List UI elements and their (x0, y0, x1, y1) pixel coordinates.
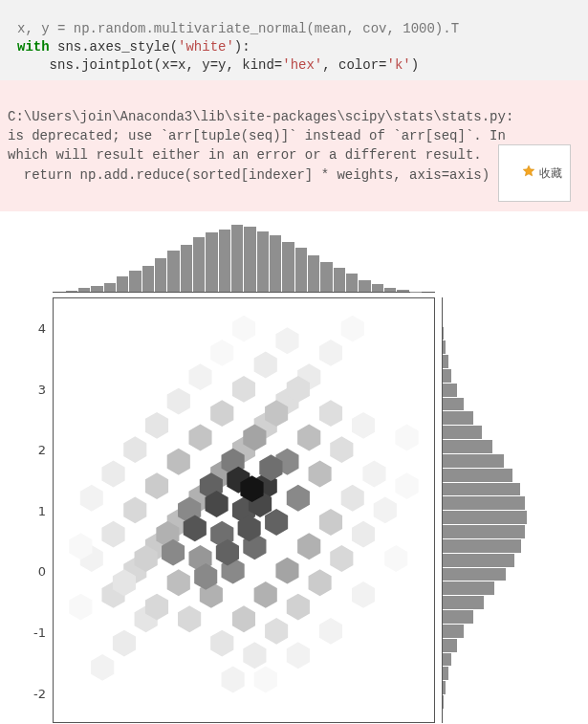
hist-bar (443, 426, 482, 439)
warn-line-4: return np.add.reduce(sorted[indexer] * w… (8, 167, 506, 183)
hex-cell (395, 473, 418, 500)
warn-line-1: C:\Users\join\Anaconda3\lib\site-package… (8, 109, 513, 124)
hex-cell (254, 352, 277, 379)
hist-bar (219, 230, 230, 292)
hist-bar (270, 235, 281, 292)
hist-bar (346, 274, 358, 292)
hex-cell (232, 316, 255, 342)
hist-bar (231, 225, 243, 292)
hex-cell (254, 667, 277, 693)
hist-bar (443, 327, 444, 340)
hex-cell (374, 497, 397, 524)
hist-bar (443, 384, 457, 397)
hist-bar (104, 283, 116, 293)
hex-cell (287, 485, 310, 512)
code-kw-with: with (17, 39, 50, 55)
hex-cell (101, 461, 124, 488)
y-tick-label: -2 (27, 686, 46, 700)
favorite-button[interactable]: 收藏 (498, 144, 571, 202)
hist-bar (443, 411, 473, 425)
hex-cell (330, 437, 353, 464)
y-tick-label: 2 (27, 443, 46, 457)
star-icon (503, 147, 535, 199)
hist-bar (443, 625, 464, 638)
hex-cell (145, 473, 168, 500)
hist-bar (443, 653, 451, 667)
hex-cell (384, 545, 407, 572)
hist-bar (443, 469, 512, 482)
hist-bar (320, 262, 332, 293)
hex-cell (319, 618, 342, 645)
hex-cell (210, 401, 233, 428)
hex-cell (352, 521, 375, 548)
hex-cell (352, 581, 375, 608)
hex-cell (362, 461, 385, 488)
hist-bar (295, 248, 307, 292)
hist-bar (167, 251, 179, 293)
hist-bar (129, 271, 141, 292)
hex-cell (123, 437, 146, 464)
hist-bar (372, 284, 383, 292)
hex-cell (297, 534, 320, 560)
hist-bar (443, 568, 506, 581)
hex-cell (319, 401, 342, 428)
hex-cell (243, 643, 266, 669)
hex-cell (352, 412, 375, 439)
hist-bar (359, 280, 370, 293)
hexbin-axes (53, 297, 435, 723)
code-cell: x, y = np.random.multivariate_normal(mea… (0, 0, 588, 80)
hist-bar (443, 596, 484, 609)
hist-bar (181, 245, 192, 292)
hist-bar (443, 667, 448, 680)
hist-bar (443, 340, 446, 354)
hex-cell (69, 594, 92, 621)
hist-bar (66, 291, 77, 293)
y-tick-label: 4 (27, 321, 46, 336)
hist-bar (244, 227, 255, 292)
hist-bar (443, 681, 446, 694)
hist-bar (443, 581, 494, 595)
hex-cell (210, 630, 233, 657)
hist-bar (443, 483, 520, 496)
hex-cell (80, 485, 103, 512)
hex-cell (178, 606, 201, 633)
hist-bar (155, 258, 166, 292)
hist-bar (443, 511, 527, 524)
hist-bar (78, 288, 90, 292)
hex-cell (309, 461, 332, 488)
hex-cell (287, 643, 310, 669)
hist-bar (334, 268, 345, 292)
hist-bar (443, 398, 464, 411)
hex-cell (91, 654, 114, 681)
hex-cell (167, 449, 190, 475)
hist-bar (443, 639, 457, 652)
hex-cell (330, 545, 353, 572)
hex-cell (188, 364, 211, 391)
hex-cell (167, 388, 190, 415)
hist-bar (443, 496, 525, 510)
hist-bar (443, 525, 525, 538)
hist-bar (193, 237, 205, 292)
hex-cell (319, 340, 342, 366)
hist-bar (443, 355, 448, 368)
hist-bar (443, 440, 492, 453)
hist-bar (443, 369, 451, 383)
hex-cell (222, 667, 245, 693)
hex-cell (210, 340, 233, 366)
hex-cell (309, 570, 332, 597)
y-tick-label: -1 (27, 625, 46, 639)
hex-cell (254, 581, 277, 608)
hist-bar (443, 539, 521, 553)
warn-line-3: which will result either in an error or … (8, 147, 482, 163)
hex-cell (265, 509, 288, 536)
hexbin-canvas (54, 298, 434, 722)
code-line-0: x, y = np.random.multivariate_normal(mea… (17, 21, 459, 36)
marginal-x-hist (53, 223, 435, 293)
hex-cell (275, 328, 298, 355)
hex-cell (232, 376, 255, 403)
hex-cell (232, 606, 255, 633)
hex-cell (145, 412, 168, 439)
stderr-output: C:\Users\join\Anaconda3\lib\site-package… (0, 80, 588, 212)
favorite-label: 收藏 (539, 165, 562, 182)
hist-bar (206, 232, 217, 292)
